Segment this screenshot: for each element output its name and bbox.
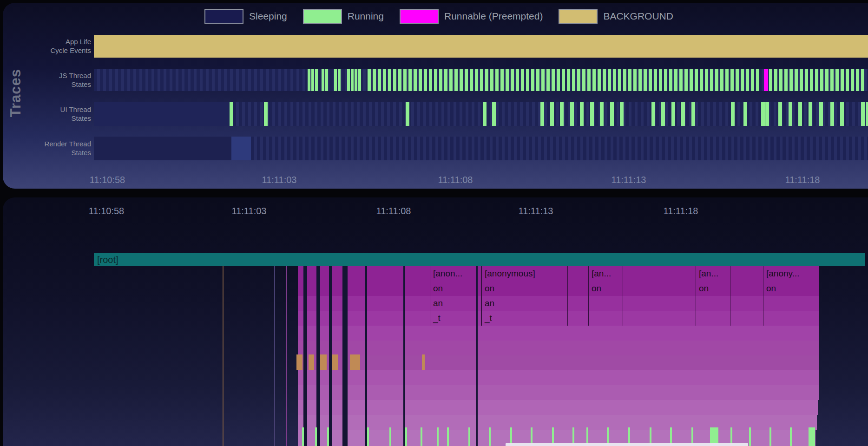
js-running-bar[interactable] (841, 69, 844, 91)
js-running-bar[interactable] (779, 69, 783, 91)
js-running-bar[interactable] (557, 69, 560, 91)
js-running-bar[interactable] (444, 69, 447, 91)
ui-running-bar[interactable] (570, 102, 574, 126)
flame-background-slice[interactable] (422, 354, 425, 370)
js-running-bar[interactable] (613, 69, 616, 91)
flame-running-slice[interactable] (405, 427, 407, 446)
js-running-bar[interactable] (562, 69, 565, 91)
flame-background-slice[interactable] (296, 354, 302, 370)
js-running-bar[interactable] (470, 69, 473, 91)
flame-background-slice[interactable] (332, 354, 338, 370)
js-running-bar[interactable] (414, 69, 417, 91)
js-running-bar[interactable] (338, 69, 341, 91)
ui-running-bar[interactable] (743, 102, 747, 126)
js-running-bar[interactable] (720, 69, 723, 91)
js-running-bar[interactable] (633, 69, 637, 91)
js-running-bar[interactable] (465, 69, 468, 91)
js-running-bar[interactable] (541, 69, 545, 91)
flame-row-depth-9[interactable] (298, 385, 819, 400)
js-running-bar[interactable] (690, 69, 693, 91)
js-running-bar[interactable] (358, 69, 361, 91)
js-running-bar[interactable] (582, 69, 585, 91)
js-running-bar[interactable] (552, 69, 555, 91)
js-running-bar[interactable] (654, 69, 657, 91)
flame-running-slice[interactable] (809, 427, 815, 446)
flame-running-slice[interactable] (769, 427, 771, 446)
ui-running-bar[interactable] (610, 102, 614, 126)
js-running-bar[interactable] (424, 69, 427, 91)
js-running-bar[interactable] (741, 69, 744, 91)
flame-background-slice[interactable] (320, 354, 327, 370)
flame-segment[interactable]: [anon... (430, 266, 481, 281)
legend-item-running[interactable]: Running (303, 9, 384, 24)
flame-row-depth-5[interactable] (298, 326, 819, 341)
flame-segment[interactable]: on (588, 281, 623, 296)
js-running-bar[interactable] (439, 69, 442, 91)
js-running-bar[interactable] (567, 69, 570, 91)
ui-running-bar[interactable] (819, 102, 823, 126)
js-running-bar[interactable] (789, 69, 793, 91)
ui-running-bar[interactable] (809, 102, 812, 126)
flame-row-depth-6[interactable] (298, 341, 819, 355)
js-running-bar[interactable] (475, 69, 478, 91)
js-running-bar[interactable] (355, 69, 357, 91)
flame-segment[interactable]: [an... (696, 266, 730, 281)
ui-running-bar[interactable] (406, 102, 409, 126)
flame-running-slice[interactable] (749, 427, 751, 446)
js-running-bar[interactable] (572, 69, 575, 91)
ui-running-bar[interactable] (765, 102, 769, 126)
js-running-bar[interactable] (347, 69, 350, 91)
js-running-bar[interactable] (334, 69, 337, 91)
js-running-bar[interactable] (393, 69, 396, 91)
js-running-bar[interactable] (695, 69, 698, 91)
js-running-bar[interactable] (378, 69, 381, 91)
flame-segment[interactable]: on (430, 281, 481, 296)
flame-sparse-frame[interactable] (274, 266, 275, 446)
horizontal-scrollbar[interactable] (506, 443, 748, 446)
flame-row-depth-10[interactable] (298, 400, 818, 415)
flame-running-slice[interactable] (389, 427, 391, 446)
ui-running-bar[interactable] (789, 102, 792, 126)
flame-running-slice[interactable] (468, 427, 470, 446)
traces-panel[interactable]: Sleeping Running Runnable (Preempted) BA… (3, 3, 868, 189)
flame-running-slice[interactable] (327, 427, 329, 446)
flame-segment[interactable] (763, 296, 819, 311)
js-running-bar[interactable] (715, 69, 718, 91)
js-running-bar[interactable] (644, 69, 647, 91)
js-running-bar[interactable] (751, 69, 754, 91)
js-running-bar[interactable] (684, 69, 688, 91)
flame-sparse-frame[interactable] (223, 266, 224, 446)
js-running-bar[interactable] (419, 69, 422, 91)
flame-segment[interactable] (763, 311, 819, 326)
flame-segment[interactable]: an (481, 296, 568, 311)
js-running-bar[interactable] (795, 69, 798, 91)
flame-background-slice[interactable] (350, 354, 360, 370)
js-running-bar[interactable] (388, 69, 391, 91)
js-running-bar[interactable] (577, 69, 580, 91)
ui-running-bar[interactable] (483, 102, 487, 126)
ui-running-bar[interactable] (264, 102, 268, 126)
js-running-bar[interactable] (730, 69, 734, 91)
js-running-bar[interactable] (526, 69, 529, 91)
ui-running-bar[interactable] (600, 102, 604, 126)
js-running-bar[interactable] (603, 69, 606, 91)
ui-running-bar[interactable] (620, 102, 624, 126)
track-lane-app-lifecycle[interactable] (94, 35, 868, 58)
ui-running-bar[interactable] (230, 102, 233, 126)
js-running-bar[interactable] (373, 69, 376, 91)
js-running-bar[interactable] (490, 69, 493, 91)
js-running-bar[interactable] (861, 69, 864, 91)
flame-running-slice[interactable] (437, 427, 439, 446)
js-running-bar[interactable] (592, 69, 596, 91)
flame-running-slice[interactable] (315, 427, 317, 446)
js-running-bar[interactable] (454, 69, 458, 91)
js-running-bar[interactable] (835, 69, 839, 91)
js-running-bar[interactable] (800, 69, 803, 91)
flame-running-slice[interactable] (367, 427, 369, 446)
ui-running-bar[interactable] (681, 102, 685, 126)
js-running-bar[interactable] (815, 69, 818, 91)
flame-row-depth-7[interactable] (298, 355, 819, 370)
legend-item-sleeping[interactable]: Sleeping (204, 9, 287, 24)
js-running-bar[interactable] (308, 69, 310, 91)
flame-segment[interactable] (588, 311, 623, 326)
